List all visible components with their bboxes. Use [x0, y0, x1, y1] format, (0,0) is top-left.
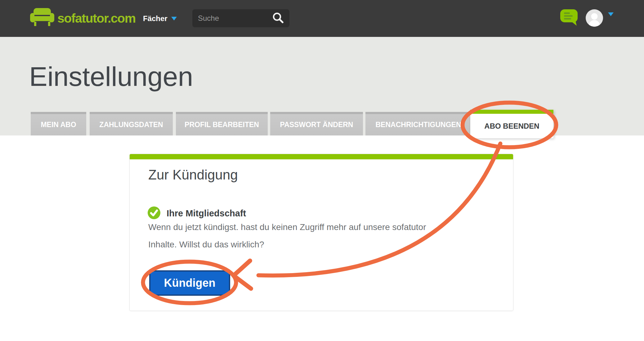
- search-button[interactable]: [272, 12, 284, 25]
- cancellation-card: Zur Kündigung Ihre Mitgliedschaft Wenn d…: [129, 154, 513, 311]
- search-input[interactable]: [197, 14, 272, 23]
- card-accent-bar: [130, 154, 513, 159]
- subjects-menu[interactable]: Fächer: [143, 0, 177, 37]
- warning-line-2: Inhalte. Willst du das wirklich?: [148, 236, 426, 253]
- avatar-icon: [586, 22, 603, 28]
- settings-page: sofatutor.com Fächer: [0, 0, 644, 341]
- top-navigation-bar: sofatutor.com Fächer: [0, 0, 644, 37]
- card-title: Zur Kündigung: [148, 167, 238, 183]
- chevron-down-icon: [171, 17, 177, 20]
- tab-zahlungsdaten[interactable]: ZAHLUNGSDATEN: [90, 112, 173, 135]
- account-avatar[interactable]: [586, 9, 603, 27]
- membership-heading: Ihre Mitgliedschaft: [167, 208, 246, 219]
- search-box: [192, 9, 289, 27]
- warning-line-1: Wenn du jetzt kündigst. hast du keinen Z…: [148, 219, 426, 236]
- cancel-subscription-button[interactable]: Kündigen: [149, 270, 230, 296]
- subjects-menu-label: Fächer: [143, 14, 168, 23]
- tab-mein-abo[interactable]: MEIN ABO: [31, 112, 86, 135]
- cancellation-warning-text: Wenn du jetzt kündigst. hast du keinen Z…: [148, 219, 426, 253]
- tab-benachrichtigungen[interactable]: BENACHRICHTIGUNGEN: [365, 112, 471, 135]
- logo-wordmark: sofatutor.com: [57, 11, 136, 26]
- page-title: Einstellungen: [29, 61, 193, 92]
- tab-profil-bearbeiten[interactable]: PROFIL BEARBEITEN: [176, 112, 268, 135]
- tab-passwort-aendern[interactable]: PASSWORT ÄNDERN: [270, 112, 363, 135]
- tab-abo-beenden[interactable]: ABO BEENDEN: [470, 110, 553, 138]
- account-menu-caret[interactable]: [608, 16, 614, 22]
- chevron-down-icon: [608, 12, 614, 21]
- couch-icon: [30, 8, 54, 29]
- chat-bubble-icon: [560, 22, 579, 28]
- sofatutor-logo[interactable]: sofatutor.com: [30, 8, 136, 29]
- messages-button[interactable]: [560, 9, 579, 28]
- search-icon: [272, 12, 284, 25]
